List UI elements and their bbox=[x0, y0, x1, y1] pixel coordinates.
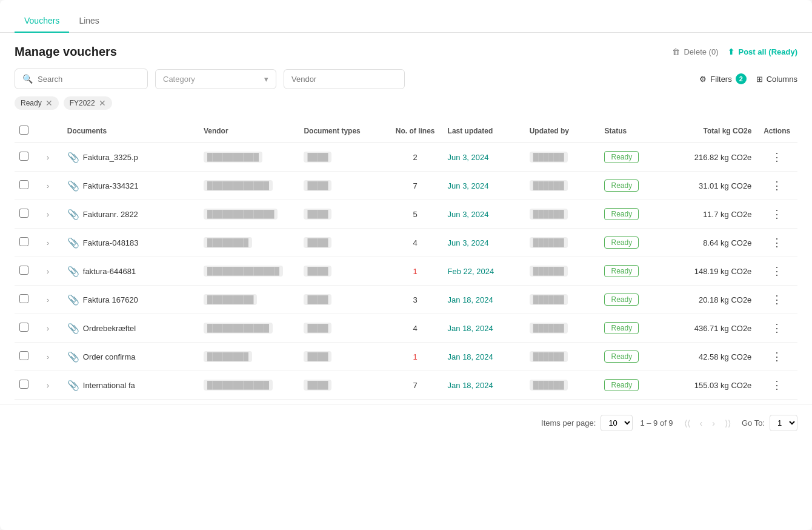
last-updated-cell: Jan 18, 2024 bbox=[443, 371, 525, 400]
co2e-cell: 42.58 kg CO2e bbox=[668, 343, 756, 371]
filters-button[interactable]: ⚙ Filters 2 bbox=[699, 73, 746, 84]
filters-label: Filters bbox=[710, 75, 731, 84]
more-actions-button-5[interactable]: ⋮ bbox=[768, 292, 786, 307]
col-header-actions: Actions bbox=[756, 119, 797, 143]
co2e-cell: 436.71 kg CO2e bbox=[668, 314, 756, 343]
columns-label: Columns bbox=[767, 75, 797, 84]
row-checkbox-0[interactable] bbox=[19, 152, 28, 161]
doc-name-cell: 📎 Faktura 167620 bbox=[67, 294, 194, 306]
more-actions-button-2[interactable]: ⋮ bbox=[768, 206, 786, 222]
updated-by-cell: ██████ bbox=[530, 266, 568, 277]
delete-button[interactable]: 🗑 Delete (0) bbox=[672, 47, 718, 56]
row-checkbox-5[interactable] bbox=[19, 294, 28, 303]
items-per-page-label: Items per page: bbox=[541, 418, 596, 428]
col-header-co2e: Total kg CO2e bbox=[668, 119, 756, 143]
row-checkbox-6[interactable] bbox=[19, 323, 28, 332]
status-badge: Ready bbox=[604, 379, 639, 391]
tab-vouchers[interactable]: Vouchers bbox=[15, 10, 69, 33]
category-dropdown[interactable]: Category ▾ bbox=[155, 69, 276, 89]
doc-name-text: International fa bbox=[83, 381, 135, 390]
select-all-checkbox[interactable] bbox=[19, 126, 28, 135]
tab-bar: Vouchers Lines bbox=[0, 0, 812, 33]
expand-button-0[interactable]: › bbox=[47, 153, 49, 162]
columns-icon: ⊞ bbox=[756, 75, 763, 84]
next-page-button[interactable]: › bbox=[708, 416, 719, 431]
attachment-icon: 📎 bbox=[67, 380, 79, 391]
doc-name-cell: 📎 International fa bbox=[67, 380, 194, 391]
attachment-icon: 📎 bbox=[67, 266, 79, 277]
last-updated-cell: Jan 18, 2024 bbox=[443, 314, 525, 343]
pagination: Items per page: 10 25 50 1 – 9 of 9 ⟨⟨ ‹… bbox=[0, 404, 812, 441]
status-badge: Ready bbox=[604, 294, 639, 306]
toolbar-right: ⚙ Filters 2 ⊞ Columns bbox=[699, 73, 797, 84]
doctype-cell: ████ bbox=[304, 152, 331, 163]
more-actions-button-4[interactable]: ⋮ bbox=[768, 263, 786, 279]
last-updated-cell: Jan 18, 2024 bbox=[443, 286, 525, 314]
col-header-vendor: Vendor bbox=[199, 119, 299, 143]
first-page-button[interactable]: ⟨⟨ bbox=[681, 416, 694, 431]
more-actions-button-7[interactable]: ⋮ bbox=[768, 349, 786, 364]
page-header: Manage vouchers 🗑 Delete (0) ⬆ Post all … bbox=[0, 33, 812, 69]
row-checkbox-8[interactable] bbox=[19, 380, 28, 389]
table-row: › 📎 Order confirma ████████ ████ 1 Jan 1… bbox=[15, 343, 797, 371]
attachment-icon: 📎 bbox=[67, 209, 79, 220]
vendor-cell: █████████████ bbox=[204, 209, 278, 220]
row-checkbox-1[interactable] bbox=[19, 180, 28, 189]
page-title: Manage vouchers bbox=[15, 45, 117, 59]
filter-fy2022-remove[interactable]: ✕ bbox=[99, 99, 106, 107]
expand-button-3[interactable]: › bbox=[47, 239, 49, 247]
co2e-cell: 216.82 kg CO2e bbox=[668, 143, 756, 172]
doctype-cell: ████ bbox=[304, 237, 331, 248]
goto: Go To: 1 bbox=[742, 415, 797, 431]
expand-button-2[interactable]: › bbox=[47, 210, 49, 219]
more-actions-button-3[interactable]: ⋮ bbox=[768, 235, 786, 250]
row-checkbox-4[interactable] bbox=[19, 266, 28, 275]
more-actions-button-8[interactable]: ⋮ bbox=[768, 377, 786, 393]
more-actions-button-0[interactable]: ⋮ bbox=[768, 149, 786, 165]
doc-name-cell: 📎 Faktura-334321 bbox=[67, 180, 194, 192]
attachment-icon: 📎 bbox=[67, 237, 79, 249]
more-actions-button-6[interactable]: ⋮ bbox=[768, 320, 786, 336]
co2e-cell: 8.64 kg CO2e bbox=[668, 229, 756, 257]
table-row: › 📎 faktura-644681 ██████████████ ████ 1… bbox=[15, 257, 797, 286]
updated-by-cell: ██████ bbox=[530, 180, 568, 191]
filter-ready-remove[interactable]: ✕ bbox=[45, 99, 53, 107]
header-actions: 🗑 Delete (0) ⬆ Post all (Ready) bbox=[672, 47, 797, 56]
post-all-button[interactable]: ⬆ Post all (Ready) bbox=[728, 47, 797, 56]
more-actions-button-1[interactable]: ⋮ bbox=[768, 178, 786, 193]
updated-by-cell: ██████ bbox=[530, 380, 568, 391]
row-checkbox-3[interactable] bbox=[19, 237, 28, 246]
expand-button-8[interactable]: › bbox=[47, 381, 49, 390]
columns-button[interactable]: ⊞ Columns bbox=[756, 75, 797, 84]
goto-select[interactable]: 1 bbox=[770, 415, 797, 431]
expand-button-5[interactable]: › bbox=[47, 296, 49, 304]
expand-button-4[interactable]: › bbox=[47, 267, 49, 276]
page-container: Vouchers Lines Manage vouchers 🗑 Delete … bbox=[0, 0, 812, 530]
row-checkbox-7[interactable] bbox=[19, 351, 28, 360]
last-updated-cell: Jun 3, 2024 bbox=[443, 143, 525, 172]
items-per-page-select[interactable]: 10 25 50 bbox=[601, 415, 633, 431]
expand-button-6[interactable]: › bbox=[47, 324, 49, 333]
vendor-cell: ████████ bbox=[204, 237, 252, 248]
prev-page-button[interactable]: ‹ bbox=[696, 416, 707, 431]
doctype-cell: ████ bbox=[304, 323, 331, 334]
search-input[interactable] bbox=[38, 75, 140, 84]
last-page-button[interactable]: ⟩⟩ bbox=[721, 416, 734, 431]
expand-button-1[interactable]: › bbox=[47, 182, 49, 190]
status-badge: Ready bbox=[604, 151, 639, 163]
delete-label: Delete (0) bbox=[684, 47, 718, 56]
row-checkbox-2[interactable] bbox=[19, 209, 28, 218]
attachment-icon: 📎 bbox=[67, 351, 79, 363]
doctype-cell: ████ bbox=[304, 294, 331, 305]
vendor-input[interactable] bbox=[284, 69, 405, 89]
attachment-icon: 📎 bbox=[67, 180, 79, 192]
doc-name-text: faktura-644681 bbox=[83, 267, 136, 276]
lines-count: 1 bbox=[393, 352, 438, 361]
vendor-cell: ████████ bbox=[204, 351, 252, 362]
table-container: Documents Vendor Document types No. of l… bbox=[0, 119, 812, 400]
tab-lines[interactable]: Lines bbox=[69, 10, 108, 33]
table-row: › 📎 International fa ████████████ ████ 7… bbox=[15, 371, 797, 400]
table-row: › 📎 Ordrebekræftel ████████████ ████ 4 J… bbox=[15, 314, 797, 343]
vendor-cell: ████████████ bbox=[204, 180, 273, 191]
expand-button-7[interactable]: › bbox=[47, 353, 49, 361]
